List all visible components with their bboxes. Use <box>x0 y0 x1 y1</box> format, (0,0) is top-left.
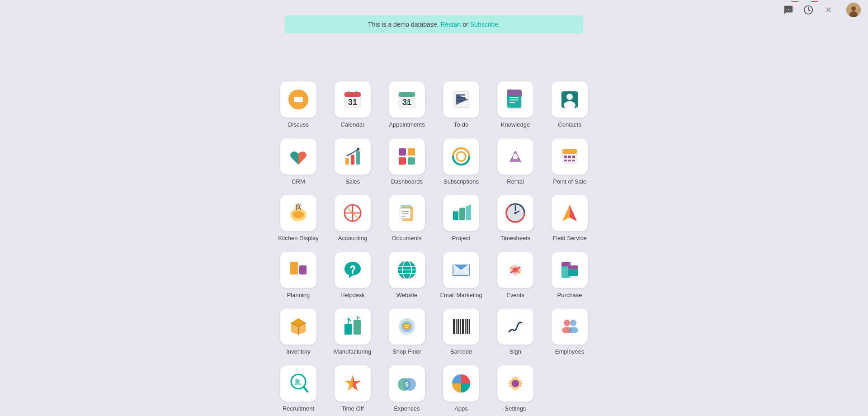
app-item-expenses[interactable]: $Expenses <box>382 363 432 415</box>
app-label-sign: Sign <box>509 348 521 355</box>
app-label-recruitment: Recruitment <box>283 405 314 412</box>
subscribe-link[interactable]: Subscribe <box>470 21 498 28</box>
app-item-purchase[interactable]: Purchase <box>545 249 594 302</box>
app-icon-knowledge <box>497 81 533 118</box>
app-item-project[interactable]: Project <box>436 192 486 245</box>
svg-rect-70 <box>290 262 297 274</box>
app-item-field-service[interactable]: Field Service <box>545 192 594 245</box>
app-icon-crm <box>280 138 316 175</box>
app-icon-project <box>443 195 479 231</box>
app-item-events[interactable]: Events <box>491 249 540 302</box>
avatar[interactable] <box>846 3 861 17</box>
app-label-planning: Planning <box>287 292 310 299</box>
app-label-helpdesk: Helpdesk <box>340 292 365 299</box>
app-label-kitchen-display: Kitchen Display <box>278 235 319 242</box>
app-icon-barcode <box>443 308 479 345</box>
svg-point-57 <box>454 209 457 212</box>
svg-rect-100 <box>465 319 466 334</box>
svg-rect-29 <box>399 148 406 156</box>
svg-rect-31 <box>399 157 406 165</box>
app-item-employees[interactable]: Employees <box>545 306 594 358</box>
app-item-todo[interactable]: To-do <box>436 79 486 131</box>
app-grid-wrapper: Discuss31Calendar31AppointmentsTo-doKnow… <box>0 29 868 415</box>
app-label-apps: Apps <box>454 405 468 412</box>
svg-point-46 <box>293 211 304 218</box>
app-icon-manufacturing <box>335 308 371 345</box>
app-label-rental: Rental <box>507 178 524 185</box>
app-icon-sales <box>335 138 371 175</box>
app-item-accounting[interactable]: Accounting <box>328 192 377 245</box>
app-icon-apps <box>443 365 479 402</box>
chat-icon[interactable] <box>781 3 796 17</box>
app-icon-documents <box>389 195 425 231</box>
app-item-kitchen-display[interactable]: Kitchen Display <box>274 192 323 245</box>
svg-point-59 <box>466 203 469 206</box>
activity-icon[interactable] <box>801 3 816 17</box>
svg-point-106 <box>568 327 578 333</box>
app-label-time-off: Time Off <box>341 405 363 412</box>
svg-rect-26 <box>351 155 354 165</box>
app-label-knowledge: Knowledge <box>501 121 530 128</box>
svg-rect-91 <box>344 324 352 335</box>
svg-rect-69 <box>299 265 307 274</box>
app-label-website: Website <box>396 292 418 299</box>
app-item-planning[interactable]: Planning <box>274 249 323 302</box>
svg-point-24 <box>564 101 576 109</box>
app-item-inventory[interactable]: Inventory <box>274 306 323 358</box>
svg-rect-55 <box>459 208 465 220</box>
app-item-calendar[interactable]: 31Calendar <box>328 79 377 131</box>
demo-banner: This is a demo database. Restart or Subs… <box>285 15 583 33</box>
app-item-contacts[interactable]: Contacts <box>545 79 594 131</box>
app-item-helpdesk[interactable]: Helpdesk <box>328 249 377 302</box>
app-icon-appointments: 31 <box>389 81 425 118</box>
app-item-recruitment[interactable]: Recruitment <box>274 363 323 415</box>
app-item-subscriptions[interactable]: Subscriptions <box>436 136 486 188</box>
app-icon-contacts <box>552 81 588 118</box>
svg-point-73 <box>352 272 354 274</box>
app-icon-calendar: 31 <box>335 81 371 118</box>
close-icon[interactable]: ✕ <box>821 3 835 17</box>
app-item-shop-floor[interactable]: Shop Floor <box>382 306 432 358</box>
app-item-documents[interactable]: Documents <box>382 192 432 245</box>
app-item-website[interactable]: Website <box>382 249 432 302</box>
banner-text: This is a demo database. <box>368 21 440 28</box>
app-item-crm[interactable]: CRM <box>274 136 323 188</box>
app-item-rental[interactable]: Rental <box>491 136 540 188</box>
app-icon-subscriptions <box>443 138 479 175</box>
app-icon-shop-floor <box>389 308 425 345</box>
app-label-field-service: Field Service <box>552 235 586 242</box>
app-item-barcode[interactable]: Barcode <box>436 306 486 358</box>
svg-point-0 <box>786 9 787 10</box>
svg-marker-67 <box>570 205 577 221</box>
app-item-sales[interactable]: Sales <box>328 136 377 188</box>
app-item-apps[interactable]: Apps <box>436 363 486 415</box>
app-item-time-off[interactable]: Time Off <box>328 363 377 415</box>
app-item-point-of-sale[interactable]: Point of Sale <box>545 136 594 188</box>
app-item-settings[interactable]: Settings <box>491 363 540 415</box>
app-item-dashboards[interactable]: Dashboards <box>382 136 432 188</box>
app-item-timesheets[interactable]: Timesheets <box>491 192 540 245</box>
app-item-appointments[interactable]: 31Appointments <box>382 79 432 131</box>
app-icon-kitchen-display <box>280 195 316 231</box>
svg-rect-54 <box>453 211 458 220</box>
app-label-sales: Sales <box>345 178 360 185</box>
svg-point-28 <box>357 148 359 151</box>
app-item-discuss[interactable]: Discuss <box>274 79 323 131</box>
app-label-settings: Settings <box>505 405 526 412</box>
svg-rect-99 <box>462 319 464 334</box>
svg-point-5 <box>851 6 856 11</box>
app-label-inventory: Inventory <box>286 348 310 355</box>
svg-rect-90 <box>568 265 578 269</box>
svg-rect-25 <box>345 158 349 165</box>
app-item-manufacturing[interactable]: Manufacturing <box>328 306 377 358</box>
app-label-contacts: Contacts <box>558 121 581 128</box>
restart-link[interactable]: Restart <box>440 21 461 28</box>
app-item-email-marketing[interactable]: Email Marketing <box>436 249 486 302</box>
app-label-accounting: Accounting <box>338 235 367 242</box>
app-icon-rental <box>497 138 533 175</box>
svg-line-108 <box>304 387 307 392</box>
svg-rect-32 <box>408 157 415 165</box>
app-item-knowledge[interactable]: Knowledge <box>491 79 540 131</box>
app-item-sign[interactable]: Sign <box>491 306 540 358</box>
app-label-project: Project <box>452 235 470 242</box>
